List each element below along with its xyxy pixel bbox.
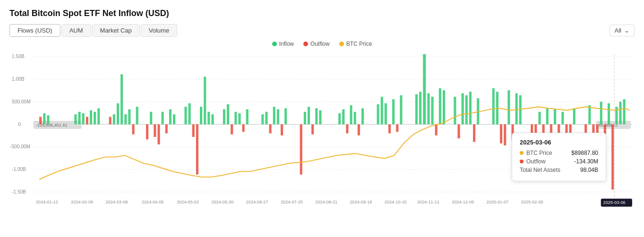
svg-rect-77	[358, 124, 360, 135]
svg-rect-41	[165, 124, 168, 133]
svg-rect-53	[227, 104, 229, 125]
svg-rect-44	[184, 107, 187, 124]
btcprice-label: BTC Price	[346, 41, 372, 47]
outflow-label: Outflow	[310, 41, 330, 47]
svg-text:2024-07-25: 2024-07-25	[281, 200, 303, 204]
svg-rect-131	[623, 99, 626, 124]
svg-rect-108	[519, 95, 522, 125]
svg-rect-63	[277, 110, 279, 125]
svg-rect-62	[273, 107, 275, 124]
chart-wrapper: 1.50B 1.00B 500.00M 0 -500.00M -1.00B -1…	[9, 49, 635, 210]
outflow-dot	[303, 42, 308, 46]
outflow-row-label: Outflow	[526, 158, 546, 165]
legend-outflow: Outflow	[303, 41, 330, 47]
svg-rect-26	[94, 112, 96, 125]
svg-text:2024-08-21: 2024-08-21	[315, 200, 337, 204]
svg-rect-40	[162, 112, 164, 125]
svg-text:2024-11-11: 2024-11-11	[417, 200, 439, 204]
svg-rect-95	[457, 124, 460, 138]
svg-text:2025-03-06: 2025-03-06	[603, 200, 626, 205]
svg-rect-72	[338, 113, 341, 124]
legend: Inflow Outflow BTC Price	[9, 41, 635, 47]
svg-rect-49	[204, 76, 206, 124]
svg-rect-31	[120, 74, 123, 124]
svg-text:2024-06-27: 2024-06-27	[246, 200, 268, 204]
svg-rect-117	[561, 112, 564, 125]
svg-rect-67	[304, 112, 306, 125]
svg-rect-122	[588, 105, 591, 124]
svg-rect-104	[504, 124, 506, 145]
svg-rect-19	[43, 113, 45, 124]
page-title: Total Bitcoin Spot ETF Net Inflow (USD)	[9, 8, 635, 18]
tooltip-label-netassets: Total Net Assets	[520, 167, 560, 173]
svg-rect-18	[39, 117, 42, 124]
outflow-row-value: -134.30M	[574, 158, 598, 165]
svg-rect-33	[128, 110, 130, 125]
svg-text:1.50B: 1.50B	[12, 54, 25, 59]
svg-rect-111	[538, 112, 541, 125]
svg-rect-81	[385, 103, 387, 125]
svg-rect-97	[465, 95, 468, 125]
svg-rect-59	[261, 114, 264, 124]
svg-rect-36	[146, 124, 148, 139]
tab-marketcap[interactable]: Market Cap	[92, 24, 140, 37]
outflow-indicator	[520, 160, 524, 163]
tooltip-date: 2025-03-06	[520, 139, 598, 146]
svg-rect-84	[396, 124, 398, 132]
tab-aum[interactable]: AUM	[61, 24, 91, 37]
svg-text:2024-02-09: 2024-02-09	[71, 200, 93, 204]
btcprice-dot	[339, 42, 344, 46]
svg-rect-34	[132, 124, 135, 134]
svg-rect-74	[346, 124, 348, 133]
svg-rect-57	[242, 124, 245, 132]
svg-rect-23	[82, 113, 85, 124]
svg-rect-30	[117, 103, 119, 125]
period-value: All	[615, 27, 621, 34]
period-selector[interactable]: All ⌄	[610, 25, 635, 36]
svg-rect-55	[234, 112, 237, 125]
svg-rect-130	[619, 102, 621, 125]
svg-rect-38	[154, 124, 156, 137]
svg-rect-42	[169, 110, 172, 125]
svg-rect-64	[281, 124, 283, 135]
svg-rect-90	[431, 97, 434, 124]
svg-text:2024-04-05: 2024-04-05	[142, 200, 164, 204]
page-container: Total Bitcoin Spot ETF Net Inflow (USD) …	[0, 0, 644, 237]
svg-rect-107	[515, 93, 518, 125]
netassets-row-label: Total Net Assets	[520, 167, 560, 173]
svg-text:2024-12-09: 2024-12-09	[452, 200, 474, 204]
svg-rect-22	[78, 112, 81, 125]
svg-rect-54	[231, 124, 233, 134]
svg-rect-25	[90, 110, 92, 125]
svg-rect-66	[300, 124, 302, 174]
tooltip-label-outflow: Outflow	[520, 158, 546, 165]
svg-text:2025-01-07: 2025-01-07	[487, 200, 509, 204]
svg-rect-85	[400, 95, 402, 125]
svg-rect-43	[173, 114, 175, 124]
svg-rect-27	[97, 108, 100, 124]
svg-rect-89	[427, 93, 429, 125]
svg-rect-35	[136, 107, 138, 124]
tab-flows[interactable]: Flows (USD)	[9, 24, 60, 37]
svg-rect-79	[377, 104, 379, 125]
svg-rect-56	[238, 113, 240, 124]
svg-rect-46	[192, 124, 195, 137]
tooltip-row-netassets: Total Net Assets 98.04B	[520, 167, 598, 173]
svg-rect-91	[435, 124, 438, 135]
svg-rect-94	[454, 97, 456, 124]
svg-rect-45	[189, 103, 191, 125]
tooltip-row-btcprice: BTC Price $89887.80	[520, 150, 598, 156]
svg-rect-88	[423, 54, 426, 125]
svg-rect-73	[342, 110, 344, 125]
svg-text:2024-09-18: 2024-09-18	[350, 200, 372, 204]
svg-rect-80	[381, 97, 383, 124]
svg-rect-93	[443, 90, 445, 124]
btcprice-indicator	[520, 151, 524, 155]
tooltip: 2025-03-06 BTC Price $89887.80 Outflow -…	[512, 133, 606, 181]
svg-rect-20	[47, 115, 49, 124]
tab-volume[interactable]: Volume	[141, 24, 177, 37]
svg-rect-83	[392, 99, 395, 124]
svg-text:2024-01-12: 2024-01-12	[36, 200, 58, 204]
svg-text:-1.50B: -1.50B	[12, 189, 26, 195]
svg-rect-70	[315, 108, 318, 124]
